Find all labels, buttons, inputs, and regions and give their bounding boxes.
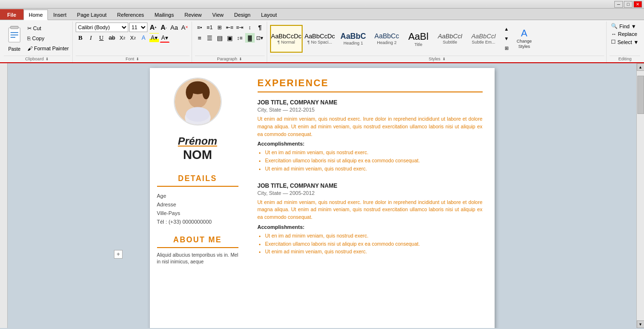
- style-heading2-preview: AaBbCc: [374, 32, 399, 40]
- clipboard-expand-icon[interactable]: ⬇: [45, 57, 49, 61]
- change-styles-icon: A: [521, 28, 527, 39]
- scroll-up-button[interactable]: ▲: [637, 63, 644, 71]
- clear-formatting-button[interactable]: A✕: [180, 23, 190, 32]
- bullets-button[interactable]: ≡•: [195, 23, 204, 32]
- find-button[interactable]: 🔍 Find ▼: [610, 23, 637, 30]
- style-no-spacing-label: ¶ No Spaci...: [307, 40, 332, 45]
- style-subtitle[interactable]: AaBbCcl Subtitle: [434, 25, 466, 53]
- style-heading1[interactable]: AaBbC Heading 1: [337, 25, 370, 53]
- decrease-indent-button[interactable]: ⇤≡: [225, 23, 235, 32]
- style-subtle-emphasis[interactable]: AaBbCcl Subtle Em...: [467, 25, 500, 53]
- select-button[interactable]: ☐ Select ▼: [610, 38, 640, 45]
- scroll-down-button[interactable]: ▼: [637, 320, 644, 328]
- find-label: Find ▼: [619, 23, 636, 29]
- tab-insert[interactable]: Insert: [48, 9, 72, 20]
- profile-photo: [174, 78, 222, 125]
- align-center-button[interactable]: ☰: [205, 33, 215, 43]
- svg-point-10: [202, 85, 209, 99]
- styles-expand[interactable]: ⊞: [502, 44, 511, 53]
- paste-icon: [6, 23, 23, 46]
- bullet-list-1: Ut en im ad minim veniam, quis nostrud e…: [258, 148, 483, 172]
- document-scroll[interactable]: Prénom NOM DETAILS Age Adresse Ville-Pay…: [8, 63, 636, 328]
- style-heading2[interactable]: AaBbCc Heading 2: [371, 25, 403, 53]
- highlight-button[interactable]: A▾: [149, 33, 159, 43]
- align-left-button[interactable]: ≡: [195, 33, 204, 43]
- tab-design[interactable]: Design: [229, 9, 256, 20]
- text-effects-button[interactable]: A: [139, 33, 148, 43]
- multilevel-button[interactable]: ⊞: [215, 23, 225, 32]
- close-button[interactable]: ✕: [633, 1, 642, 8]
- sort-button[interactable]: ↕: [245, 23, 255, 32]
- document-area: Prénom NOM DETAILS Age Adresse Ville-Pay…: [0, 63, 644, 328]
- tab-view[interactable]: View: [207, 9, 229, 20]
- style-no-spacing-preview: AaBbCcDc: [305, 33, 335, 40]
- paragraph-expand-icon[interactable]: ⬇: [239, 57, 242, 61]
- replace-button[interactable]: ↔ Replace: [610, 31, 638, 37]
- style-subtle-emphasis-label: Subtle Em...: [472, 40, 495, 45]
- job-desc-1: Ut enim ad minim veniam, quis nostrud ex…: [258, 115, 483, 138]
- bullet-item: Ut en im ad minim veniam, quis nostrud e…: [265, 232, 483, 240]
- show-marks-button[interactable]: ¶: [255, 23, 265, 32]
- change-case-button[interactable]: Aa: [169, 23, 179, 32]
- style-title[interactable]: AaBl Title: [404, 25, 433, 53]
- align-right-button[interactable]: ▤: [215, 33, 225, 43]
- format-painter-button[interactable]: 🖌 Format Painter: [26, 44, 70, 53]
- document-page: Prénom NOM DETAILS Age Adresse Ville-Pay…: [150, 68, 495, 328]
- cut-button[interactable]: ✂ Cut: [26, 23, 70, 33]
- tab-mailings[interactable]: Mailings: [149, 9, 179, 20]
- font-shrink-button[interactable]: A-: [159, 23, 169, 32]
- tab-layout[interactable]: Layout: [256, 9, 282, 20]
- justify-button[interactable]: ▣: [225, 33, 235, 43]
- styles-group: AaBbCcDc ¶ Normal AaBbCcDc ¶ No Spaci...…: [268, 22, 607, 62]
- add-content-button[interactable]: +: [114, 250, 123, 259]
- maximize-button[interactable]: □: [624, 1, 633, 8]
- change-styles-button[interactable]: A Change Styles: [512, 26, 536, 51]
- tab-file[interactable]: File: [0, 9, 23, 20]
- font-size-select[interactable]: 11: [129, 23, 147, 32]
- vertical-scrollbar[interactable]: ▲ ▼: [636, 63, 644, 328]
- font-expand-icon[interactable]: ⬇: [136, 57, 139, 61]
- experience-divider: [258, 91, 483, 92]
- style-title-label: Title: [414, 42, 422, 47]
- font-family-select[interactable]: Calibri (Body): [76, 23, 128, 32]
- job-title-1: JOB TITLE, COMPANY NAME: [258, 99, 483, 106]
- scroll-track[interactable]: [637, 71, 644, 320]
- styles-scroll-up[interactable]: ▲: [502, 25, 511, 34]
- styles-expand-icon[interactable]: ⬇: [442, 57, 446, 61]
- styles-group-label: Styles ⬇: [270, 56, 605, 62]
- borders-button[interactable]: ⊡▾: [255, 33, 265, 43]
- italic-button[interactable]: I: [86, 33, 96, 43]
- tab-review[interactable]: Review: [179, 9, 207, 20]
- job-title-2: JOB TITLE, COMPANY NAME: [258, 182, 483, 189]
- styles-scroll-down[interactable]: ▼: [502, 34, 511, 43]
- tab-references[interactable]: References: [112, 9, 149, 20]
- title-bar: ─ □ ✕: [0, 0, 644, 9]
- subscript-button[interactable]: X2: [118, 33, 127, 43]
- minimize-button[interactable]: ─: [614, 1, 623, 8]
- style-no-spacing[interactable]: AaBbCcDc ¶ No Spaci...: [304, 25, 336, 53]
- copy-button[interactable]: ⎘ Copy: [26, 34, 70, 43]
- svg-point-9: [186, 85, 193, 99]
- font-color-button[interactable]: A▾: [160, 33, 169, 43]
- style-normal[interactable]: AaBbCcDc ¶ Normal: [270, 25, 303, 53]
- line-spacing-button[interactable]: ↕≡: [235, 33, 245, 43]
- tab-page-layout[interactable]: Page Layout: [72, 9, 112, 20]
- svg-rect-5: [11, 37, 15, 38]
- font-grow-button[interactable]: A+: [148, 23, 158, 32]
- window-controls: ─ □ ✕: [614, 1, 642, 8]
- increase-indent-button[interactable]: ≡⇥: [235, 23, 245, 32]
- style-subtitle-label: Subtitle: [443, 40, 457, 45]
- bold-button[interactable]: B: [76, 33, 85, 43]
- scroll-thumb[interactable]: [637, 76, 644, 114]
- editing-group: 🔍 Find ▼ ↔ Replace ☐ Select ▼ Editing: [608, 22, 642, 62]
- shading-button[interactable]: ▓: [245, 33, 255, 43]
- underline-button[interactable]: U: [97, 33, 106, 43]
- numbering-button[interactable]: ≡1: [205, 23, 215, 32]
- superscript-button[interactable]: X2: [128, 33, 138, 43]
- tab-home[interactable]: Home: [23, 10, 48, 20]
- detail-phone: Tél : (+33) 0000000000: [157, 217, 238, 226]
- svg-rect-2: [11, 26, 18, 29]
- strikethrough-button[interactable]: ab: [107, 33, 117, 43]
- paste-button[interactable]: Paste: [4, 23, 25, 53]
- paste-label: Paste: [8, 46, 21, 52]
